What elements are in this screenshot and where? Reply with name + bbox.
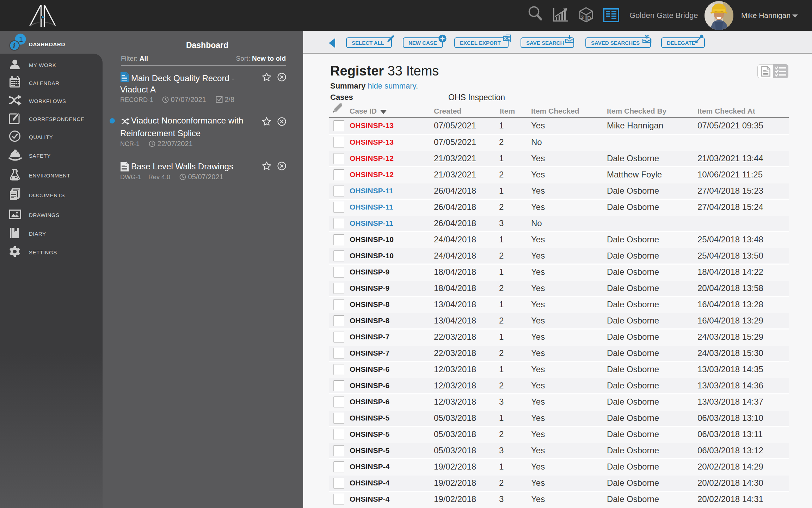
svg-text:i: i [13, 41, 16, 50]
svg-text:1: 1 [19, 35, 23, 43]
